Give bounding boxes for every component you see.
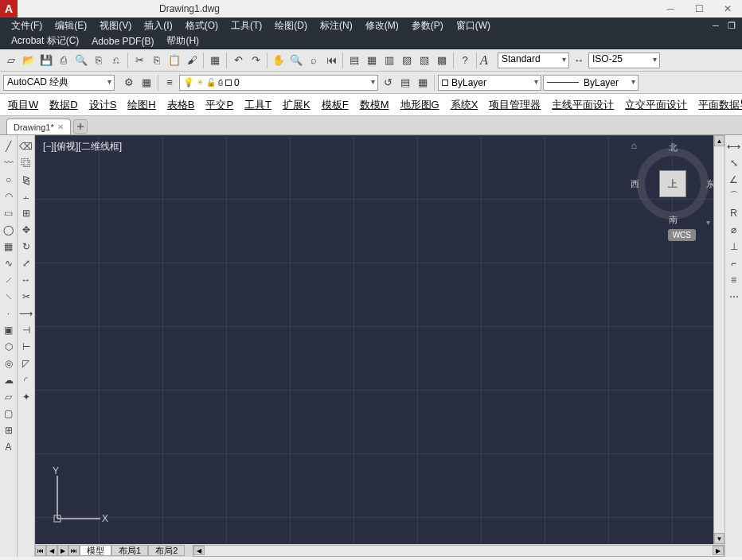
ctab-tools[interactable]: 工具T bbox=[240, 98, 276, 112]
mdi-restore-icon[interactable]: ❐ bbox=[726, 21, 737, 31]
mtext-icon[interactable]: A bbox=[1, 439, 17, 454]
color-control-dropdown[interactable]: ByLayer bbox=[438, 75, 541, 91]
polygon-icon[interactable]: ⬡ bbox=[1, 339, 17, 354]
dim-diameter-icon[interactable]: ⌀ bbox=[727, 222, 741, 237]
ctab-template[interactable]: 模板F bbox=[317, 98, 353, 112]
layout-tab-layout2[interactable]: 布局2 bbox=[148, 545, 185, 556]
revision-cloud-icon[interactable]: ☁ bbox=[1, 372, 17, 387]
layer-dropdown[interactable]: 💡 ☀ 🔓 ⎙ 0 bbox=[179, 75, 378, 91]
layer-previous-icon[interactable]: ↺ bbox=[380, 75, 396, 91]
minimize-button[interactable]: ─ bbox=[656, 0, 685, 18]
textstyle-dropdown[interactable]: Standard bbox=[498, 52, 569, 68]
menu-view[interactable]: 视图(V) bbox=[93, 19, 138, 33]
stretch-icon[interactable]: ↔ bbox=[18, 272, 34, 287]
ctab-data[interactable]: 数据D bbox=[45, 98, 82, 112]
ctab-design[interactable]: 设计S bbox=[84, 98, 122, 112]
menu-format[interactable]: 格式(O) bbox=[179, 19, 225, 33]
wipeout-icon[interactable]: ▢ bbox=[1, 406, 17, 421]
properties-icon[interactable]: ▤ bbox=[346, 52, 362, 68]
tab-prev-icon[interactable]: ◀ bbox=[46, 545, 57, 556]
scroll-up-icon[interactable]: ▲ bbox=[714, 135, 724, 146]
quickcalc-icon[interactable]: ▩ bbox=[434, 52, 450, 68]
dim-continue-icon[interactable]: ⋯ bbox=[727, 289, 741, 304]
print-preview-icon[interactable]: 🔍 bbox=[73, 52, 89, 68]
open-icon[interactable]: 📂 bbox=[21, 52, 37, 68]
drawing-viewport[interactable]: [−][俯视][二维线框] ⌂ 上 北 南 东 西 ▾ WCS Y X bbox=[35, 135, 724, 544]
workspace-dropdown[interactable]: AutoCAD 经典 bbox=[3, 75, 115, 91]
layer-isolate-icon[interactable]: ▦ bbox=[415, 75, 431, 91]
break-icon[interactable]: ⊣ bbox=[18, 322, 34, 337]
workspace-settings-icon[interactable]: ⚙ bbox=[121, 75, 137, 91]
construction-line-icon[interactable]: ⟋ bbox=[1, 272, 17, 287]
extend-icon[interactable]: ⟶ bbox=[18, 305, 34, 321]
pan-icon[interactable]: ✋ bbox=[271, 52, 287, 68]
rotate-icon[interactable]: ↻ bbox=[18, 239, 34, 254]
ellipse-icon[interactable]: ◯ bbox=[1, 222, 17, 237]
explode-icon[interactable]: ✦ bbox=[18, 389, 34, 404]
spline-icon[interactable]: ∿ bbox=[1, 255, 17, 270]
ray-icon[interactable]: ⟍ bbox=[1, 289, 17, 304]
menu-tools[interactable]: 工具(T) bbox=[225, 19, 268, 33]
dim-angular-icon[interactable]: ∠ bbox=[727, 172, 741, 187]
tab-last-icon[interactable]: ⏭ bbox=[68, 545, 80, 556]
zoom-previous-icon[interactable]: ⏮ bbox=[323, 52, 339, 68]
fillet-icon[interactable]: ◜ bbox=[18, 372, 34, 387]
horizontal-scrollbar[interactable]: ◀ ▶ bbox=[193, 545, 724, 557]
ctab-table[interactable]: 表格B bbox=[162, 98, 200, 112]
maximize-button[interactable]: ☐ bbox=[685, 0, 713, 18]
menu-acrobat-markup[interactable]: Acrobat 标记(C) bbox=[5, 34, 85, 48]
scroll-down-icon[interactable]: ▼ bbox=[714, 533, 724, 544]
plot-icon[interactable]: ⎌ bbox=[108, 52, 124, 68]
save-icon[interactable]: 💾 bbox=[38, 52, 54, 68]
dimstyle-dropdown[interactable]: ISO-25 bbox=[588, 52, 660, 68]
menu-file[interactable]: 文件(F) bbox=[5, 19, 49, 33]
move-icon[interactable]: ✥ bbox=[18, 222, 34, 237]
dim-ordinate-icon[interactable]: ⊥ bbox=[727, 239, 741, 254]
region-icon[interactable]: ▱ bbox=[1, 389, 17, 404]
file-tab-drawing1[interactable]: Drawing1* ✕ bbox=[6, 119, 71, 134]
block-icon[interactable]: ▣ bbox=[1, 322, 17, 337]
dim-baseline-icon[interactable]: ≡ bbox=[727, 272, 741, 287]
dim-linear-icon[interactable]: ⟷ bbox=[727, 138, 741, 154]
chamfer-icon[interactable]: ◸ bbox=[18, 356, 34, 371]
join-icon[interactable]: ⊢ bbox=[18, 339, 34, 354]
menu-insert[interactable]: 插入(I) bbox=[138, 19, 178, 33]
zoom-window-icon[interactable]: ⌕ bbox=[306, 52, 322, 68]
copy-icon[interactable]: ⎘ bbox=[149, 52, 165, 68]
dim-aligned-icon[interactable]: ⤡ bbox=[727, 155, 741, 170]
scroll-left-icon[interactable]: ◀ bbox=[193, 546, 205, 555]
viewcube-west-label[interactable]: 西 bbox=[631, 178, 639, 190]
linetype-dropdown[interactable]: ByLayer bbox=[543, 75, 639, 91]
layer-states-icon[interactable]: ▤ bbox=[397, 75, 413, 91]
match-properties-icon[interactable]: 🖌 bbox=[184, 52, 200, 68]
mdi-minimize-icon[interactable]: ─ bbox=[710, 21, 721, 31]
tool-palettes-icon[interactable]: ▥ bbox=[381, 52, 397, 68]
tab-next-icon[interactable]: ▶ bbox=[57, 545, 68, 556]
rectangle-icon[interactable]: ▭ bbox=[1, 205, 17, 220]
ctab-plane[interactable]: 平交P bbox=[201, 98, 238, 112]
ctab-nummodel[interactable]: 数模M bbox=[355, 98, 394, 112]
new-icon[interactable]: ▱ bbox=[3, 52, 19, 68]
help-icon[interactable]: ? bbox=[457, 52, 473, 68]
new-tab-button[interactable] bbox=[73, 119, 88, 134]
circle-icon[interactable]: ○ bbox=[1, 172, 17, 187]
tab-first-icon[interactable]: ⏮ bbox=[35, 545, 46, 556]
trim-icon[interactable]: ✂ bbox=[18, 289, 34, 304]
viewcube-north-label[interactable]: 北 bbox=[669, 142, 678, 154]
hatch-icon[interactable]: ▦ bbox=[1, 239, 17, 254]
dim-radius-icon[interactable]: R bbox=[727, 205, 741, 220]
menu-window[interactable]: 窗口(W) bbox=[450, 19, 497, 33]
scroll-right-icon[interactable]: ▶ bbox=[713, 546, 724, 555]
sheet-set-icon[interactable]: ▨ bbox=[399, 52, 415, 68]
ctab-project[interactable]: 项目W bbox=[3, 98, 43, 112]
mirror-icon[interactable]: ⧎ bbox=[18, 172, 34, 187]
donut-icon[interactable]: ◎ bbox=[1, 356, 17, 371]
menu-help[interactable]: 帮助(H) bbox=[160, 34, 205, 48]
close-tab-icon[interactable]: ✕ bbox=[57, 122, 64, 131]
ctab-interchange[interactable]: 立交平面设计 bbox=[620, 98, 692, 112]
dim-jogged-icon[interactable]: ⌐ bbox=[727, 255, 741, 270]
ctab-extension[interactable]: 扩展K bbox=[278, 98, 315, 112]
menu-parameters[interactable]: 参数(P) bbox=[405, 19, 450, 33]
dimstyle-icon[interactable]: ↔ bbox=[571, 52, 587, 68]
ctab-project-manager[interactable]: 项目管理器 bbox=[484, 98, 545, 112]
